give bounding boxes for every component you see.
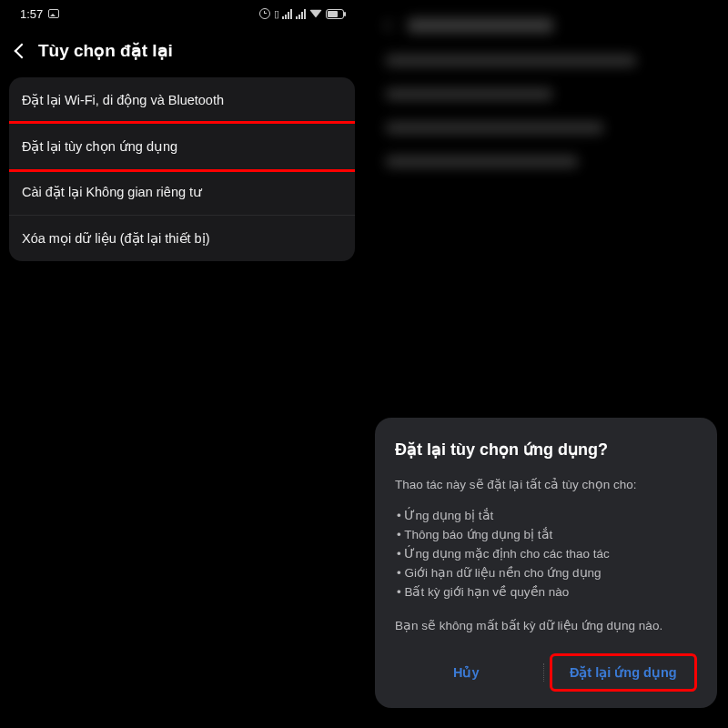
status-left: 1:57 [20, 7, 59, 21]
back-icon[interactable] [15, 43, 30, 58]
dialog-bullet-list: Ứng dụng bị tắt Thông báo ứng dụng bị tắ… [395, 507, 697, 602]
signal-icon-2 [296, 9, 306, 19]
alarm-icon [259, 8, 270, 19]
right-screenshot: Đặt lại tùy chọn ứng dụng? Thao tác này … [364, 0, 728, 728]
confirm-reset-button[interactable]: Đặt lại ứng dụng [550, 653, 698, 692]
dialog-title: Đặt lại tùy chọn ứng dụng? [395, 440, 697, 460]
dialog-bullet: Ứng dụng bị tắt [395, 507, 697, 526]
dialog-actions: Hủy Đặt lại ứng dụng [395, 648, 697, 699]
reset-app-prefs-dialog: Đặt lại tùy chọn ứng dụng? Thao tác này … [375, 418, 717, 708]
vibrate-icon: ▯ [274, 8, 278, 20]
signal-icon [282, 9, 292, 19]
dialog-bullet: Thông báo ứng dụng bị tắt [395, 526, 697, 545]
reset-wifi-item[interactable]: Đặt lại Wi-Fi, di động và Bluetooth [9, 77, 355, 124]
dialog-bullet: Ứng dụng mặc định cho các thao tác [395, 545, 697, 564]
action-divider [543, 663, 544, 682]
erase-all-data-item[interactable]: Xóa mọi dữ liệu (đặt lại thiết bị) [9, 216, 355, 261]
reset-options-card: Đặt lại Wi-Fi, di động và Bluetooth Đặt … [9, 77, 355, 261]
page-header: Tùy chọn đặt lại [0, 27, 364, 77]
dialog-note: Bạn sẽ không mất bất kỳ dữ liệu ứng dụng… [395, 617, 697, 635]
reset-private-space-label: Cài đặt lại Không gian riêng tư [22, 185, 202, 199]
reset-app-prefs-label: Đặt lại tùy chọn ứng dụng [22, 139, 177, 154]
reset-app-prefs-item[interactable]: Đặt lại tùy chọn ứng dụng [9, 121, 355, 172]
cancel-button[interactable]: Hủy [395, 656, 538, 689]
erase-all-data-label: Xóa mọi dữ liệu (đặt lại thiết bị) [22, 231, 209, 246]
status-time: 1:57 [20, 7, 43, 21]
blurred-background [364, 0, 728, 207]
page-title: Tùy chọn đặt lại [38, 40, 173, 61]
reset-private-space-item[interactable]: Cài đặt lại Không gian riêng tư [9, 169, 355, 216]
dialog-bullet: Bất kỳ giới hạn về quyền nào [395, 583, 697, 602]
screenshot-icon [48, 9, 59, 18]
status-right: ▯ [259, 8, 344, 20]
left-screenshot: 1:57 ▯ Tùy chọn đặt lại Đặt lại Wi-Fi, d… [0, 0, 364, 728]
status-bar: 1:57 ▯ [0, 0, 364, 27]
wifi-icon [309, 10, 322, 18]
battery-icon [326, 9, 344, 19]
reset-wifi-label: Đặt lại Wi-Fi, di động và Bluetooth [22, 93, 224, 107]
dialog-bullet: Giới hạn dữ liệu nền cho ứng dụng [395, 564, 697, 583]
dialog-lead: Thao tác này sẽ đặt lại tất cả tùy chọn … [395, 476, 697, 494]
